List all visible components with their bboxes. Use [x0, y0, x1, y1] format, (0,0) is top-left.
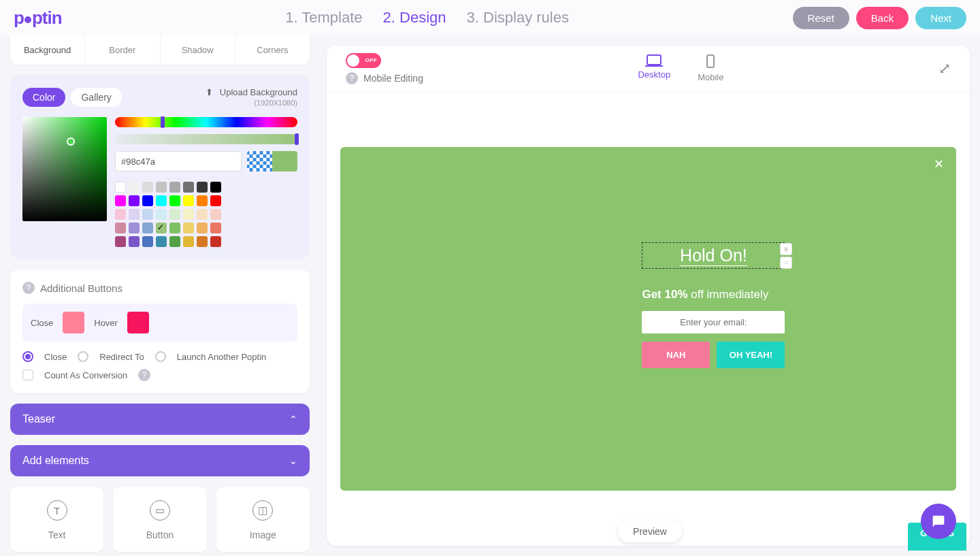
step-display-rules[interactable]: 3. Display rules [467, 9, 569, 27]
background-panel: Color Gallery ⬆ Upload Background (1920X… [10, 75, 310, 259]
step-template[interactable]: 1. Template [285, 9, 362, 27]
popup-canvas[interactable]: ✕ Hold On! ⎘ ⁙ Get 10% off immediately [340, 147, 956, 491]
swatch[interactable] [183, 236, 194, 247]
expand-icon[interactable]: ⤢ [938, 60, 951, 78]
swatch[interactable] [183, 182, 194, 193]
tab-shadow[interactable]: Shadow [161, 35, 235, 65]
alpha-slider[interactable] [115, 134, 297, 144]
swatch[interactable] [115, 236, 126, 247]
gallery-pill[interactable]: Gallery [71, 88, 121, 107]
drag-handle[interactable]: ⁙ [780, 257, 792, 269]
add-elements-accordion[interactable]: Add elements ⌄ [10, 445, 310, 476]
text-icon: T [47, 500, 67, 521]
reset-button[interactable]: Reset [793, 7, 849, 29]
mobile-editing-label: Mobile Editing [363, 73, 423, 84]
alpha-cursor[interactable] [295, 133, 299, 145]
hue-slider[interactable] [115, 117, 297, 127]
popup-close-icon[interactable]: ✕ [934, 157, 944, 171]
device-desktop-label: Desktop [638, 69, 670, 80]
teaser-accordion[interactable]: Teaser ⌃ [10, 404, 310, 435]
desktop-icon [647, 54, 662, 65]
swatch[interactable] [197, 209, 208, 220]
swatch[interactable] [115, 182, 126, 193]
mobile-editing-toggle[interactable]: OFF [346, 53, 381, 68]
swatch[interactable] [169, 223, 180, 233]
tab-corners[interactable]: Corners [235, 35, 310, 65]
logo[interactable]: pptin [14, 7, 62, 29]
swatch[interactable] [142, 223, 153, 233]
swatch[interactable] [183, 209, 194, 220]
swatch[interactable] [156, 223, 167, 233]
swatch[interactable] [210, 182, 221, 193]
swatch[interactable] [210, 209, 221, 220]
preview-button[interactable]: Preview [618, 521, 682, 542]
radio-redirect[interactable] [78, 351, 88, 362]
swatch[interactable] [142, 182, 153, 193]
help-icon[interactable]: ? [22, 282, 35, 294]
swatch[interactable] [197, 182, 208, 193]
next-button[interactable]: Next [915, 7, 966, 29]
swatch[interactable] [142, 195, 153, 206]
swatch[interactable] [142, 236, 153, 247]
swatch[interactable] [156, 182, 167, 193]
add-image-element[interactable]: ◫ Image [216, 487, 310, 552]
popup-title-element[interactable]: Hold On! ⎘ ⁙ [642, 242, 785, 269]
chat-bubble-icon[interactable] [921, 504, 956, 539]
saturation-picker[interactable] [22, 117, 107, 221]
swatch[interactable] [129, 195, 140, 206]
swatch[interactable] [183, 195, 194, 206]
swatch[interactable] [115, 195, 126, 206]
hue-cursor[interactable] [161, 116, 165, 128]
swatch[interactable] [115, 223, 126, 233]
saturation-cursor[interactable] [67, 137, 75, 146]
tab-background[interactable]: Background [10, 35, 85, 65]
help-icon[interactable]: ? [138, 369, 150, 381]
swatch[interactable] [169, 236, 180, 247]
swatch[interactable] [169, 182, 180, 193]
popup-email-input[interactable] [642, 311, 785, 333]
help-icon[interactable]: ? [346, 72, 358, 84]
close-label: Close [31, 318, 53, 328]
radio-launch[interactable] [155, 351, 166, 362]
swatch[interactable] [210, 223, 221, 233]
step-design[interactable]: 2. Design [383, 9, 446, 27]
swatch[interactable] [169, 209, 180, 220]
device-mobile[interactable]: Mobile [698, 54, 723, 83]
hex-input[interactable] [115, 151, 242, 171]
hover-color-chip[interactable] [127, 312, 149, 333]
color-pill[interactable]: Color [22, 88, 65, 107]
radio-close[interactable] [22, 351, 33, 362]
swatch[interactable] [156, 195, 167, 206]
swatch[interactable] [210, 195, 221, 206]
upload-background-button[interactable]: Upload Background [220, 87, 297, 97]
device-desktop[interactable]: Desktop [638, 54, 670, 83]
style-tabs: Background Border Shadow Corners [10, 35, 310, 65]
popup-subtitle[interactable]: Get 10% off immediately [642, 288, 791, 301]
swatch[interactable] [197, 236, 208, 247]
additional-buttons-panel: ? Additional Buttons Close Hover Close R… [10, 269, 310, 393]
swatch[interactable] [115, 209, 126, 220]
swatch[interactable] [129, 223, 140, 233]
swatch[interactable] [169, 195, 180, 206]
popup-nah-button[interactable]: NAH [642, 342, 710, 368]
swatch[interactable] [197, 195, 208, 206]
swatch[interactable] [156, 236, 167, 247]
chevron-down-icon: ⌄ [289, 455, 297, 466]
swatch[interactable] [210, 236, 221, 247]
popup-yeah-button[interactable]: OH YEAH! [717, 342, 785, 368]
swatch[interactable] [129, 236, 140, 247]
swatch[interactable] [156, 209, 167, 220]
back-button[interactable]: Back [856, 7, 909, 29]
swatch[interactable] [129, 182, 140, 193]
tab-border[interactable]: Border [85, 35, 160, 65]
duplicate-handle[interactable]: ⎘ [780, 243, 792, 255]
swatch[interactable] [197, 223, 208, 233]
swatch[interactable] [183, 223, 194, 233]
add-button-element[interactable]: ▭ Button [113, 487, 206, 552]
wizard-steps: 1. Template 2. Design 3. Display rules [285, 9, 569, 27]
swatch[interactable] [129, 209, 140, 220]
close-color-chip[interactable] [63, 312, 84, 333]
checkbox-count-conversion[interactable] [22, 370, 33, 380]
add-text-element[interactable]: T Text [10, 487, 103, 552]
swatch[interactable] [142, 209, 153, 220]
